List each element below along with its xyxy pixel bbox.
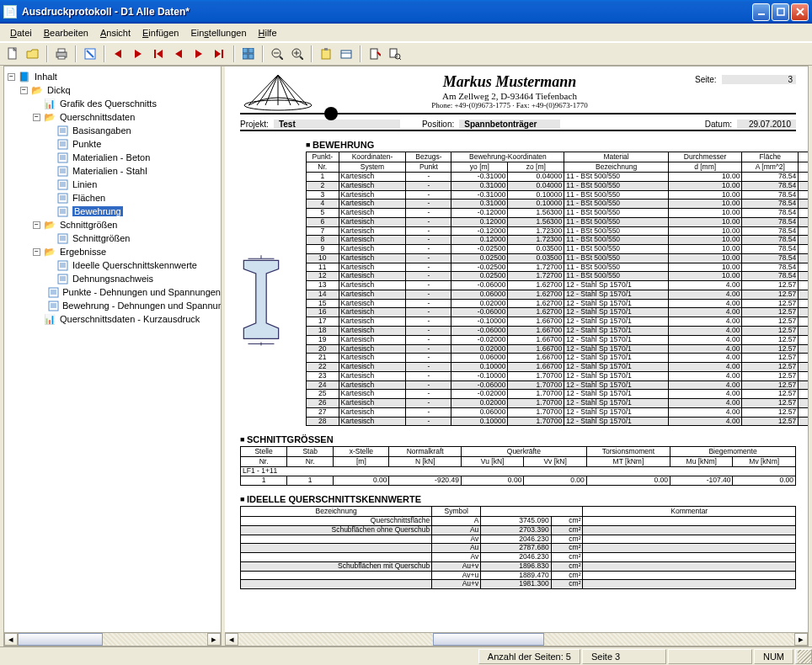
- svg-rect-10: [222, 50, 223, 58]
- first-page-icon[interactable]: [150, 45, 168, 63]
- menu-einfuegen[interactable]: Einfügen: [137, 26, 184, 40]
- select-all-icon[interactable]: [239, 45, 258, 63]
- svg-rect-1: [777, 8, 784, 15]
- titlebar: 📄 Ausdruckprotokoll - D1 Alle Daten*: [0, 0, 812, 24]
- svg-rect-27: [390, 49, 397, 57]
- menu-bearbeiten[interactable]: Bearbeiten: [39, 26, 93, 40]
- menu-datei[interactable]: Datei: [5, 26, 37, 40]
- refresh-icon[interactable]: [81, 45, 99, 63]
- svg-rect-14: [248, 54, 254, 59]
- open-icon[interactable]: [24, 45, 42, 63]
- new-icon[interactable]: [3, 45, 22, 63]
- maximize-button[interactable]: [772, 3, 789, 21]
- svg-rect-23: [324, 48, 328, 51]
- menubar: Datei Bearbeiten Ansicht Einfügen Einste…: [0, 24, 812, 42]
- zoom-out-icon[interactable]: [268, 45, 286, 63]
- next-page-icon[interactable]: [190, 45, 209, 63]
- prev-page-icon[interactable]: [170, 45, 189, 63]
- clipboard-icon[interactable]: [317, 45, 335, 63]
- print-icon[interactable]: [52, 45, 71, 63]
- toolbar: [0, 42, 812, 66]
- window-title: Ausdruckprotokoll - D1 Alle Daten*: [22, 6, 752, 18]
- next-red-icon[interactable]: [130, 45, 148, 63]
- export-icon[interactable]: [337, 45, 355, 63]
- app-icon: 📄: [3, 5, 17, 19]
- svg-rect-24: [341, 51, 351, 58]
- svg-rect-9: [154, 50, 156, 58]
- menu-einstellungen[interactable]: Einstellungen: [185, 26, 251, 40]
- find-icon[interactable]: [386, 45, 404, 63]
- svg-rect-22: [322, 50, 330, 59]
- last-page-icon[interactable]: [211, 45, 229, 63]
- svg-rect-13: [243, 54, 248, 59]
- svg-rect-7: [58, 56, 65, 59]
- svg-rect-11: [243, 48, 248, 53]
- menu-hilfe[interactable]: Hilfe: [254, 26, 282, 40]
- zoom-in-icon[interactable]: [288, 45, 307, 63]
- svg-rect-26: [371, 49, 377, 59]
- page-setup-icon[interactable]: [366, 45, 384, 63]
- svg-line-29: [399, 58, 401, 60]
- menu-ansicht[interactable]: Ansicht: [95, 26, 136, 40]
- svg-rect-12: [248, 48, 254, 53]
- prev-red-icon[interactable]: [110, 45, 128, 63]
- minimize-button[interactable]: [752, 3, 770, 21]
- svg-line-16: [280, 56, 283, 60]
- close-button[interactable]: [791, 3, 809, 21]
- svg-line-19: [300, 56, 303, 60]
- svg-rect-6: [58, 49, 65, 52]
